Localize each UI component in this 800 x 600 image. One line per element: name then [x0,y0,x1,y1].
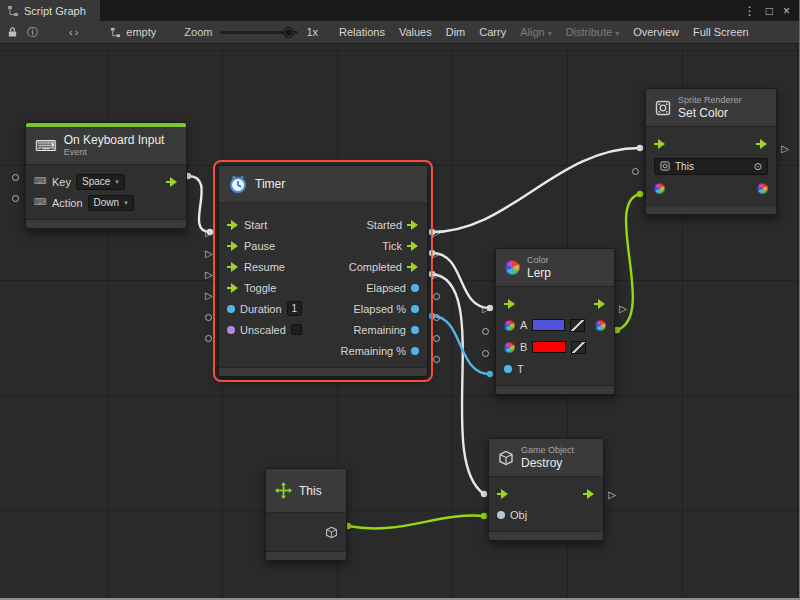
overview-button[interactable]: Overview [627,23,685,41]
setcolor-exit-port[interactable] [756,139,768,149]
lerp-result-port[interactable] [595,320,606,331]
obj-port[interactable] [497,511,505,519]
node-timer[interactable]: Timer Start Started Pause Tick Resume Co… [218,165,428,377]
wire-keyboard-to-timer-start[interactable] [188,176,210,232]
destroy-enter-port[interactable] [497,489,509,499]
nav-arrows-icon[interactable]: ‹› [69,26,80,38]
caret-down-icon: ▾ [115,176,119,188]
wire-timer-completed-to-destroy[interactable] [432,274,484,494]
a-port-label: A [520,319,527,331]
unscaled-outer-port[interactable] [205,335,212,342]
start-port[interactable] [227,220,239,230]
color-b-swatch[interactable] [532,341,566,353]
carry-button[interactable]: Carry [473,23,512,41]
unscaled-port[interactable] [227,326,235,334]
key-input-port[interactable] [12,174,19,181]
node-color-lerp[interactable]: Color Lerp A B [495,248,615,395]
elapsed-port[interactable] [411,284,419,292]
b-outer-port[interactable] [482,350,489,357]
duration-outer-port[interactable] [205,314,212,321]
elapsed-pct-port[interactable] [411,305,419,313]
color-input-port[interactable] [654,183,665,194]
remaining-port[interactable] [411,326,419,334]
node-footer [489,531,603,540]
lerp-enter-outer-port[interactable]: ▷ [482,304,490,314]
distribute-button[interactable]: Distribute▾ [560,23,625,41]
resume-outer-port[interactable]: ▷ [205,270,213,280]
tick-outer-port[interactable]: ▷ [432,249,440,259]
eyedropper-icon[interactable] [570,319,585,332]
sprite-renderer-icon [655,100,671,116]
toggle-port[interactable] [227,283,239,293]
completed-outer-port[interactable]: ▷ [432,270,440,280]
action-dropdown[interactable]: Down ▾ [88,195,134,211]
started-port[interactable] [407,220,419,230]
fullscreen-button[interactable]: Full Screen [687,23,755,41]
node-footer [26,219,186,228]
graph-canvas[interactable]: ⌨ On Keyboard Input Event ⌨ Key Space ▾ [0,44,799,598]
b-port-label: B [520,341,527,353]
wire-timer-tick-to-lerp[interactable] [432,253,490,308]
node-on-keyboard-input[interactable]: ⌨ On Keyboard Input Event ⌨ Key Space ▾ [25,122,187,229]
pause-port[interactable] [227,241,239,251]
align-button[interactable]: Align▾ [514,23,557,41]
wire-timer-elapsedpct-to-lerp-t[interactable] [432,316,490,374]
pause-outer-port[interactable]: ▷ [205,249,213,259]
wire-this-to-destroy-obj[interactable] [348,516,484,529]
key-dropdown[interactable]: Space ▾ [76,174,125,190]
lerp-exit-port[interactable] [594,299,606,309]
duration-port[interactable] [227,305,235,313]
elapsed-pct-outer-port[interactable] [433,314,440,321]
unscaled-checkbox[interactable] [291,324,302,335]
action-input-port[interactable] [12,195,19,202]
node-this[interactable]: This [265,468,347,561]
values-button[interactable]: Values [393,23,438,41]
node-title: Lerp [527,266,551,280]
node-destroy[interactable]: Game Object Destroy Obj ▷ [488,438,604,541]
relations-button[interactable]: Relations [333,23,391,41]
tab-script-graph[interactable]: Script Graph [0,0,100,21]
completed-port[interactable] [407,262,419,272]
zoom-slider-knob[interactable] [283,27,294,38]
target-dropdown[interactable]: This ⊙ [654,158,768,175]
node-footer [266,551,346,560]
color-a-swatch[interactable] [532,319,565,331]
node-category: Game Object [521,445,574,456]
duration-input[interactable]: 1 [287,301,303,316]
lerp-enter-port[interactable] [504,299,516,309]
setcolor-enter-port[interactable] [654,139,666,149]
start-outer-port[interactable]: ▷ [205,228,213,238]
remaining-pct-outer-port[interactable] [433,356,440,363]
zoom-label: Zoom [184,26,212,38]
elapsed-outer-port[interactable] [433,293,440,300]
color-wheel-icon [505,260,520,275]
zoom-slider[interactable] [220,31,298,34]
trigger-output-port[interactable] [166,177,178,187]
maximize-icon[interactable]: □ [766,4,773,18]
node-set-color[interactable]: Sprite Renderer Set Color This [645,88,777,215]
window-menu-icon[interactable]: ⋮ [744,4,756,18]
tick-port[interactable] [407,241,419,251]
a-outer-port[interactable] [482,328,489,335]
caret-down-icon: ▾ [615,29,619,38]
lerp-exit-outer-port[interactable]: ▷ [619,304,627,314]
game-object-cube-icon[interactable] [325,526,338,539]
color-output-port[interactable] [757,183,768,194]
destroy-exit-outer-port[interactable]: ▷ [608,490,616,500]
remaining-pct-port[interactable] [411,347,419,355]
started-outer-port[interactable]: ▷ [432,228,440,238]
wire-timer-started-to-setcolor[interactable] [432,148,640,232]
destroy-exit-port[interactable] [583,489,595,499]
target-outer-port[interactable] [632,168,639,175]
resume-port[interactable] [227,262,239,272]
toggle-outer-port[interactable]: ▷ [205,291,213,301]
close-icon[interactable]: × [783,4,790,18]
dim-button[interactable]: Dim [440,23,472,41]
remaining-outer-port[interactable] [433,335,440,342]
graph-breadcrumb[interactable]: empty [110,26,156,38]
info-icon[interactable]: ⓘ [27,25,38,40]
lock-icon[interactable] [7,26,18,38]
t-port[interactable] [504,365,512,373]
setcolor-exit-outer-port[interactable]: ▷ [781,144,789,154]
eyedropper-icon[interactable] [571,341,586,354]
